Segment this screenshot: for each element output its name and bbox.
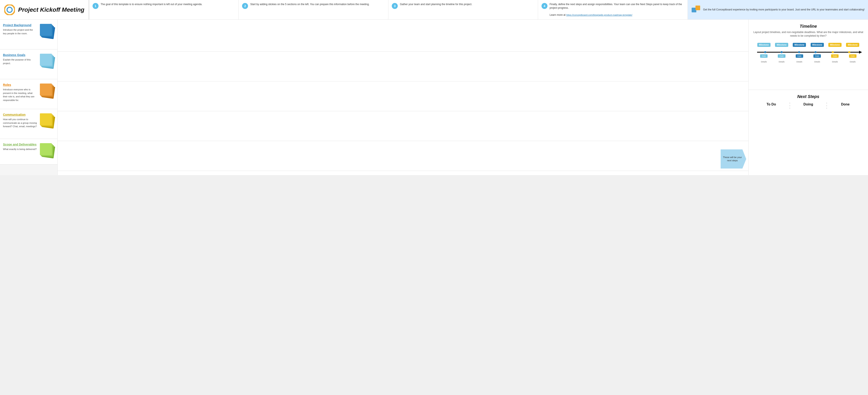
step-3: 3 Gather your team and start planning th… (389, 0, 538, 20)
next-steps-title: Next Steps (753, 94, 864, 99)
sidebar-desc-project-background: Introduce the project and the key people… (3, 28, 37, 35)
header-steps: 1 The goal of this template is to ensure… (89, 0, 688, 20)
details-5: Details (832, 61, 838, 63)
step-number-3: 3 (392, 3, 398, 9)
col-title-todo: To Do (753, 102, 790, 106)
date-4: Date (813, 54, 821, 58)
milestone-dot-1 (764, 51, 766, 53)
stacked-notes-business-goals (39, 53, 54, 68)
sidebar-section-roles: Roles Introduce everyone who is present … (0, 79, 57, 109)
sidebar-desc-communication: How will you continue to communicate as … (3, 118, 37, 128)
stacked-notes-project-background (39, 24, 54, 38)
cta-icon (691, 5, 701, 14)
sidebar-desc-roles: Introduce everyone who is present in the… (3, 88, 37, 102)
chevron-text: These will be your next steps (723, 156, 742, 162)
center-row-5: These will be your next steps (58, 141, 748, 171)
milestone-dot-6 (848, 51, 850, 53)
col-title-done: Done (827, 102, 864, 106)
sidebar-title-business-goals: Business Goals (3, 53, 37, 57)
sidebar-desc-business-goals: Explain the purpose of this project. (3, 58, 37, 65)
main-content: Project Background Introduce the project… (0, 20, 868, 175)
sidebar-title-communication: Communication (3, 113, 37, 116)
sidebar-text-scope-deliverables: Scope and Deliverables What exactly is b… (3, 143, 37, 151)
sidebar-text-project-background: Project Background Introduce the project… (3, 24, 37, 35)
timeline-details: Details Details Details Details Details … (755, 61, 862, 63)
center-row-2 (58, 52, 748, 81)
sidebar-title-scope-deliverables: Scope and Deliverables (3, 143, 37, 146)
sidebar-title-project-background: Project Background (3, 24, 37, 27)
step-number-1: 1 (93, 3, 98, 9)
date-1: Date (760, 54, 768, 58)
next-steps-col-done: Done (827, 102, 864, 109)
date-5: Date (831, 54, 839, 58)
step-number-2: 2 (242, 3, 248, 9)
sidebar-text-roles: Roles Introduce everyone who is present … (3, 83, 37, 102)
milestone-6-label: Milestone (846, 43, 859, 47)
step-4: 4 Finally, define the next steps and ass… (538, 0, 688, 20)
step-text-4: Finally, define the next steps and assig… (550, 3, 684, 17)
timeline-arrow (859, 51, 862, 54)
details-3: Details (797, 61, 803, 63)
sidebar-title-roles: Roles (3, 83, 37, 87)
col-title-doing: Doing (790, 102, 827, 106)
right-area: Timeline Layout project timelines, and n… (749, 20, 868, 175)
timeline-line (757, 52, 860, 53)
step-text-2: Start by adding stickies on the 5 sectio… (250, 3, 369, 6)
milestone-2-label: Milestone (775, 43, 788, 47)
cta-text: Get the full Conceptboard experience by … (703, 8, 865, 11)
sidebar-section-business-goals: Business Goals Explain the purpose of th… (0, 50, 57, 79)
stacked-notes-communication (39, 113, 54, 128)
next-steps-section: Next Steps To Do Doing Done (749, 90, 868, 175)
header-cta: Get the full Conceptboard experience by … (688, 0, 868, 20)
next-steps-columns: To Do Doing Done (753, 102, 864, 109)
timeline-container: Milestone Milestone Milestone Milestone … (755, 43, 862, 63)
svg-point-1 (7, 7, 12, 12)
milestone-dot-5 (832, 51, 834, 53)
logo-icon (4, 4, 15, 15)
timeline-dates: Date Date Date Date Date Date (755, 54, 862, 58)
sidebar-section-communication: Communication How will you continue to c… (0, 109, 57, 139)
page-title: Project Kickoff Meeting (18, 6, 85, 13)
center-row-3 (58, 81, 748, 111)
step-text-3: Gather your team and start planning the … (400, 3, 472, 6)
step-number-4: 4 (541, 3, 548, 9)
center-area: These will be your next steps (58, 20, 749, 175)
timeline-title: Timeline (753, 24, 864, 29)
sidebar-section-project-background: Project Background Introduce the project… (0, 20, 57, 50)
sidebar-text-business-goals: Business Goals Explain the purpose of th… (3, 53, 37, 65)
date-3: Date (796, 54, 803, 58)
svg-rect-3 (695, 5, 700, 10)
center-row-1 (58, 20, 748, 52)
header: Project Kickoff Meeting 1 The goal of th… (0, 0, 868, 20)
sidebar-desc-scope-deliverables: What exactly is being delivered? (3, 147, 37, 151)
details-1: Details (761, 61, 767, 63)
milestone-dot-3 (798, 51, 800, 53)
sidebar-text-communication: Communication How will you continue to c… (3, 113, 37, 128)
stacked-notes-roles (39, 83, 54, 98)
next-steps-col-todo: To Do (753, 102, 790, 109)
next-steps-col-doing: Doing (790, 102, 827, 109)
milestone-dot-2 (781, 51, 783, 53)
step-text-1: The goal of this template is to ensure n… (101, 3, 203, 6)
milestone-3-label: Milestone (793, 43, 806, 47)
milestone-5-label: Milestone (828, 43, 842, 47)
details-2: Details (779, 61, 785, 63)
step-1: 1 The goal of this template is to ensure… (89, 0, 239, 20)
sidebar-section-scope-deliverables: Scope and Deliverables What exactly is b… (0, 139, 57, 164)
date-2: Date (778, 54, 785, 58)
timeline-section: Timeline Layout project timelines, and n… (749, 20, 868, 90)
next-steps-chevron: These will be your next steps (721, 150, 746, 168)
step-2: 2 Start by adding stickies on the 5 sect… (239, 0, 389, 20)
learn-more-link[interactable]: https://conceptboard.com/blog/agile-prod… (566, 13, 632, 16)
milestone-dot-4 (814, 51, 816, 53)
svg-point-0 (4, 5, 15, 15)
stacked-notes-scope-deliverables (39, 143, 54, 158)
logo-area: Project Kickoff Meeting (0, 0, 89, 20)
milestone-1-label: Milestone (757, 43, 771, 47)
details-4: Details (814, 61, 820, 63)
center-row-4 (58, 111, 748, 141)
milestone-4-label: Milestone (811, 43, 824, 47)
left-sidebar: Project Background Introduce the project… (0, 20, 58, 175)
date-6: Date (849, 54, 857, 58)
timeline-subtitle: Layout project timelines, and non-negoti… (753, 30, 864, 38)
